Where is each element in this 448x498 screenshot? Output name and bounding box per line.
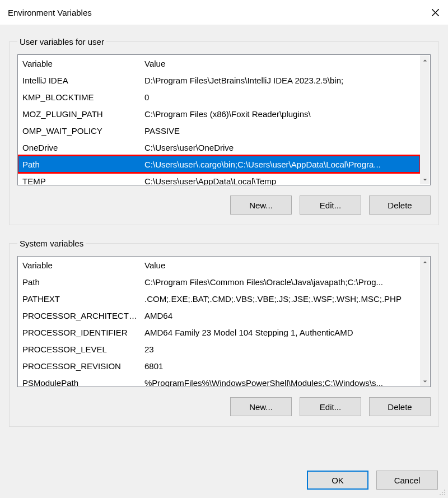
system-variables-legend: System variables (17, 239, 86, 248)
svg-point-6 (442, 494, 443, 495)
cell-value: D:\Program Files\JetBrains\IntelliJ IDEA… (141, 76, 420, 85)
user-list-inner: Variable Value IntelliJ IDEAD:\Program F… (18, 55, 420, 185)
cell-value: C:\Users\user\AppData\Local\Temp (141, 176, 420, 185)
scroll-up-icon[interactable] (420, 55, 430, 65)
cell-variable: PROCESSOR_IDENTIFIER (18, 328, 141, 337)
user-scrollbar[interactable] (420, 55, 430, 184)
close-button[interactable] (422, 0, 448, 25)
system-new-button[interactable]: New... (230, 397, 292, 416)
cell-value: C:\Users\user\OneDrive (141, 143, 420, 152)
system-variables-group: System variables Variable Value PathC:\P… (9, 239, 439, 427)
system-list-inner: Variable Value PathC:\Program Files\Comm… (18, 257, 420, 387)
scroll-down-icon[interactable] (420, 376, 430, 386)
table-row[interactable]: PROCESSOR_ARCHITECTU...AMD64 (18, 307, 420, 324)
table-row[interactable]: PROCESSOR_IDENTIFIERAMD64 Family 23 Mode… (18, 324, 420, 341)
svg-point-2 (444, 490, 445, 491)
header-variable[interactable]: Variable (18, 260, 141, 270)
user-buttons-row: New... Edit... Delete (17, 196, 431, 215)
cancel-button[interactable]: Cancel (376, 471, 438, 490)
dialog-content: User variables for user Variable Value I… (0, 25, 448, 498)
table-row[interactable]: KMP_BLOCKTIME0 (18, 89, 420, 105)
cell-value: 0 (141, 92, 420, 102)
cell-value: AMD64 (141, 311, 420, 320)
cell-value: .COM;.EXE;.BAT;.CMD;.VBS;.VBE;.JS;.JSE;.… (141, 294, 420, 304)
system-variables-list[interactable]: Variable Value PathC:\Program Files\Comm… (17, 256, 431, 387)
cell-variable: MOZ_PLUGIN_PATH (18, 109, 141, 119)
table-row[interactable]: IntelliJ IDEAD:\Program Files\JetBrains\… (18, 72, 420, 89)
cell-variable: PSModulePath (18, 378, 141, 387)
user-variables-list[interactable]: Variable Value IntelliJ IDEAD:\Program F… (17, 54, 431, 185)
user-variables-legend: User variables for user (17, 37, 106, 46)
svg-point-5 (440, 494, 441, 495)
user-new-button[interactable]: New... (230, 196, 292, 215)
cell-value: %ProgramFiles%\WindowsPowerShell\Modules… (141, 378, 420, 387)
scroll-up-icon[interactable] (420, 257, 430, 267)
scroll-down-icon[interactable] (420, 175, 430, 184)
dialog-bottom-bar: OK Cancel (0, 462, 448, 498)
system-delete-button[interactable]: Delete (369, 397, 431, 416)
user-list-header[interactable]: Variable Value (18, 55, 420, 72)
table-row[interactable]: PROCESSOR_LEVEL23 (18, 341, 420, 357)
cell-variable: PROCESSOR_REVISION (18, 361, 141, 371)
table-row[interactable]: MOZ_PLUGIN_PATHC:\Program Files (x86)\Fo… (18, 105, 420, 122)
cell-variable: PROCESSOR_ARCHITECTU... (18, 311, 141, 320)
cell-value: C:\Users\user\.cargo\bin;C:\Users\user\A… (141, 160, 420, 169)
table-row[interactable]: PathC:\Users\user\.cargo\bin;C:\Users\us… (18, 156, 420, 173)
cell-variable: OneDrive (18, 143, 141, 152)
table-row[interactable]: TEMPC:\Users\user\AppData\Local\Temp (18, 173, 420, 185)
table-row[interactable]: PathC:\Program Files\Common Files\Oracle… (18, 273, 420, 290)
header-variable[interactable]: Variable (18, 59, 141, 68)
system-buttons-row: New... Edit... Delete (17, 397, 431, 416)
cell-variable: TEMP (18, 176, 141, 185)
table-row[interactable]: OMP_WAIT_POLICYPASSIVE (18, 122, 420, 139)
cell-variable: Path (18, 160, 141, 169)
cell-value: C:\Program Files (x86)\Foxit Reader\plug… (141, 109, 420, 119)
cell-value: C:\Program Files\Common Files\Oracle\Jav… (141, 277, 420, 287)
user-variables-group: User variables for user Variable Value I… (9, 37, 439, 225)
titlebar: Environment Variables (0, 0, 448, 25)
cell-variable: OMP_WAIT_POLICY (18, 126, 141, 136)
cell-value: 23 (141, 345, 420, 354)
user-edit-button[interactable]: Edit... (300, 196, 361, 215)
table-row[interactable]: PATHEXT.COM;.EXE;.BAT;.CMD;.VBS;.VBE;.JS… (18, 290, 420, 307)
ok-button[interactable]: OK (307, 471, 368, 490)
svg-point-3 (442, 492, 443, 493)
cell-variable: Path (18, 277, 141, 287)
table-row[interactable]: OneDriveC:\Users\user\OneDrive (18, 139, 420, 156)
resize-grip-icon[interactable] (438, 488, 446, 496)
cell-value: AMD64 Family 23 Model 104 Stepping 1, Au… (141, 328, 420, 337)
cell-variable: KMP_BLOCKTIME (18, 92, 141, 102)
cell-variable: PROCESSOR_LEVEL (18, 345, 141, 354)
user-delete-button[interactable]: Delete (369, 196, 431, 215)
close-icon (432, 9, 439, 16)
system-edit-button[interactable]: Edit... (300, 397, 361, 416)
system-list-header[interactable]: Variable Value (18, 257, 420, 273)
window-title: Environment Variables (8, 8, 92, 17)
header-value[interactable]: Value (141, 59, 420, 68)
cell-variable: PATHEXT (18, 294, 141, 304)
cell-value: 6801 (141, 361, 420, 371)
cell-value: PASSIVE (141, 126, 420, 136)
system-scrollbar[interactable] (420, 257, 430, 386)
svg-point-7 (444, 494, 445, 495)
table-row[interactable]: PSModulePath%ProgramFiles%\WindowsPowerS… (18, 374, 420, 387)
svg-point-4 (444, 492, 445, 493)
cell-variable: IntelliJ IDEA (18, 76, 141, 85)
header-value[interactable]: Value (141, 260, 420, 270)
table-row[interactable]: PROCESSOR_REVISION6801 (18, 357, 420, 374)
